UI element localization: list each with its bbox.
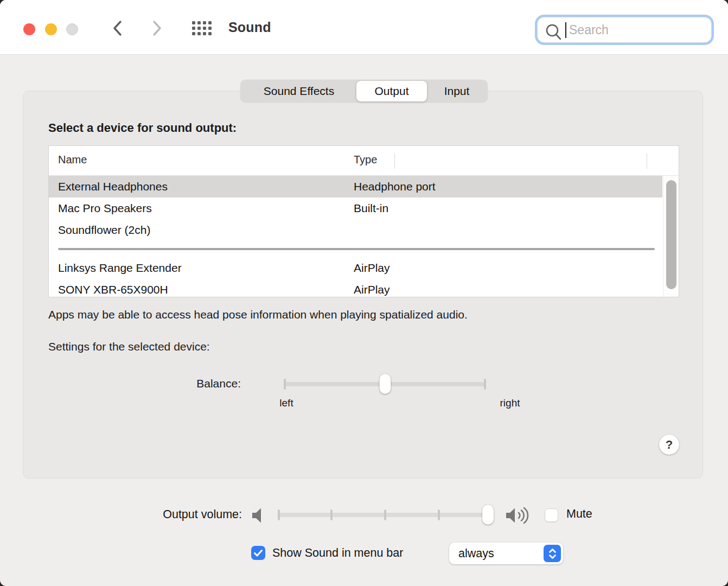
- content-area: Sound Effects Output Input Select a devi…: [0, 55, 728, 586]
- close-button[interactable]: [23, 23, 35, 35]
- settings-for-device-label: Settings for the selected device:: [48, 340, 210, 353]
- mute-label: Mute: [566, 507, 592, 521]
- column-header-name[interactable]: Name: [58, 154, 87, 166]
- speaker-low-icon: [250, 506, 268, 525]
- table-body: External Headphones Headphone port Mac P…: [49, 176, 679, 297]
- table-row[interactable]: External Headphones Headphone port: [49, 176, 662, 198]
- checkmark-icon: [253, 549, 263, 557]
- device-name: Mac Pro Speakers: [49, 202, 152, 215]
- search-field[interactable]: [537, 17, 712, 43]
- scrollbar-track[interactable]: [663, 176, 679, 297]
- chevron-left-icon: [111, 20, 124, 37]
- zoom-button: [66, 23, 78, 35]
- mute-checkbox[interactable]: [545, 508, 558, 522]
- column-header-type[interactable]: Type: [354, 154, 377, 166]
- spatial-audio-note: Apps may be able to access head pose inf…: [48, 308, 468, 321]
- device-type: Built-in: [354, 202, 388, 215]
- chevron-right-icon: [150, 20, 163, 37]
- column-divider[interactable]: [394, 153, 395, 169]
- show-sound-label: Show Sound in menu bar: [272, 546, 403, 560]
- slider-tick: [438, 509, 440, 520]
- device-name: Soundflower (2ch): [49, 224, 150, 237]
- balance-label: Balance:: [23, 377, 241, 390]
- forward-button[interactable]: [150, 20, 164, 37]
- output-volume-slider[interactable]: [278, 513, 493, 517]
- menubar-visibility-dropdown[interactable]: always: [449, 543, 563, 564]
- up-down-chevrons-icon: [548, 547, 557, 560]
- tab-sound-effects[interactable]: Sound Effects: [241, 81, 356, 101]
- slider-tick: [484, 379, 486, 390]
- output-volume-label: Output volume:: [0, 508, 242, 521]
- slider-tick: [278, 509, 280, 520]
- back-button[interactable]: [111, 20, 125, 37]
- titlebar: Sound: [0, 0, 728, 55]
- scrollbar-thumb[interactable]: [666, 180, 676, 289]
- device-name: External Headphones: [49, 180, 168, 193]
- search-input[interactable]: [538, 17, 711, 42]
- slider-tick: [384, 509, 386, 520]
- tab-bar: Sound Effects Output Input: [240, 80, 488, 103]
- device-type: Headphone port: [354, 180, 436, 193]
- device-name: SONY XBR-65X900H: [49, 283, 168, 296]
- device-type: AirPlay: [354, 262, 390, 275]
- balance-right-label: right: [488, 397, 532, 409]
- balance-slider-thumb[interactable]: [379, 374, 391, 394]
- speaker-high-icon: [505, 505, 533, 526]
- show-all-grid-icon[interactable]: [192, 21, 212, 35]
- device-name: Linksys Range Extender: [49, 262, 182, 275]
- device-table: Name Type External Headphones Headphone …: [48, 145, 679, 297]
- help-button[interactable]: ?: [659, 435, 679, 455]
- slider-tick: [284, 379, 286, 390]
- table-row[interactable]: Mac Pro Speakers Built-in: [49, 198, 662, 219]
- output-volume-slider-thumb[interactable]: [482, 505, 494, 525]
- table-row[interactable]: SONY XBR-65X900H AirPlay: [49, 279, 662, 297]
- tab-output[interactable]: Output: [356, 81, 427, 101]
- balance-left-label: left: [270, 397, 303, 409]
- minimize-button[interactable]: [45, 23, 57, 35]
- output-pane: Select a device for sound output: Name T…: [23, 91, 703, 479]
- page-title: Sound: [228, 20, 271, 35]
- device-type: AirPlay: [354, 283, 390, 296]
- dropdown-stepper: [544, 545, 561, 562]
- sound-preferences-window: Sound Sound Effects Output Input Select …: [0, 0, 728, 586]
- show-sound-checkbox[interactable]: [251, 546, 265, 560]
- search-field-focus-ring: [535, 15, 714, 45]
- table-header: Name Type: [49, 146, 679, 176]
- table-row[interactable]: Soundflower (2ch): [49, 219, 662, 241]
- slider-tick: [330, 509, 333, 520]
- pane-heading: Select a device for sound output:: [48, 121, 237, 135]
- question-mark-icon: ?: [666, 438, 673, 452]
- list-separator: [49, 241, 662, 257]
- tab-input[interactable]: Input: [427, 81, 487, 101]
- column-divider[interactable]: [647, 153, 647, 169]
- table-row[interactable]: Linksys Range Extender AirPlay: [49, 257, 662, 279]
- dropdown-selected-value: always: [449, 547, 544, 560]
- balance-slider[interactable]: [284, 382, 486, 386]
